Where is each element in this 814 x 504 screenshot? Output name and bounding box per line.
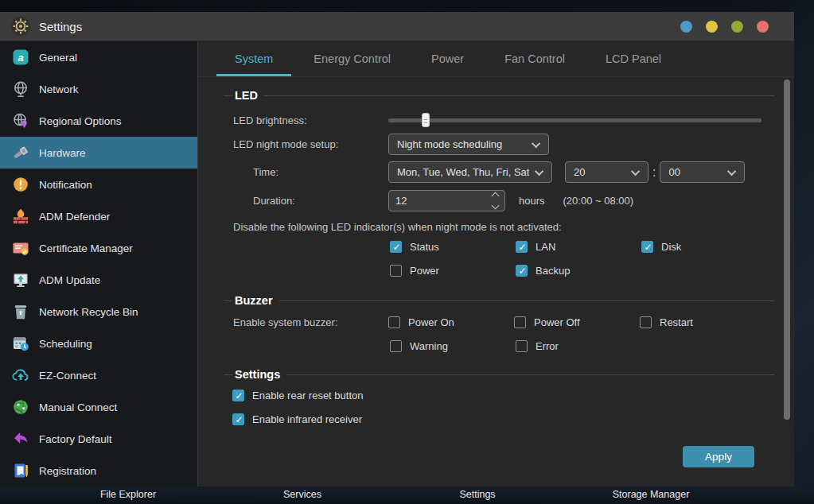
- yellow-dot-icon[interactable]: [706, 21, 718, 33]
- sidebar-item-label: ADM Defender: [39, 211, 110, 223]
- days-select[interactable]: Mon, Tue, Wed, Thu, Fri, Sat,: [388, 161, 552, 183]
- checkbox-item-rear-reset[interactable]: Enable rear reset button: [232, 390, 794, 401]
- sidebar-item-manual-connect[interactable]: Manual Connect: [0, 391, 197, 423]
- disk-checkbox[interactable]: [641, 241, 653, 253]
- checkbox-item-power[interactable]: Power: [390, 265, 516, 277]
- certificate-icon: [11, 238, 30, 258]
- power-off-checkbox[interactable]: [514, 316, 526, 328]
- slider-track[interactable]: [388, 118, 761, 122]
- buzzer-row-2: Warning Error: [390, 340, 794, 352]
- red-dot-icon[interactable]: [757, 21, 769, 33]
- tab-system[interactable]: System: [216, 41, 291, 76]
- checkbox-label: Warning: [410, 340, 448, 352]
- sidebar-item-factory-default[interactable]: Factory Default: [0, 423, 197, 455]
- tab-fan-control[interactable]: Fan Control: [486, 41, 583, 76]
- checkbox-item-power-off[interactable]: Power Off: [514, 316, 640, 328]
- warning-checkbox[interactable]: [390, 340, 402, 352]
- tab-panel-system: LED LED brightness: LED night mode setup…: [198, 77, 794, 487]
- settings-window: Settings a General Network Regional Opti…: [0, 12, 794, 487]
- taskbar-item-services[interactable]: Services: [283, 489, 321, 500]
- tab-lcd-panel[interactable]: LCD Panel: [587, 41, 680, 76]
- sidebar-item-hardware[interactable]: Hardware: [0, 137, 197, 169]
- sidebar-item-network-recycle-bin[interactable]: Network Recycle Bin: [0, 296, 197, 328]
- globe-icon: [11, 79, 30, 99]
- apply-button[interactable]: Apply: [683, 446, 754, 467]
- led-brightness-slider[interactable]: [388, 112, 761, 128]
- tab-bar: System Energy Control Power Fan Control …: [198, 41, 794, 77]
- status-checkbox[interactable]: [390, 241, 402, 253]
- sidebar-item-regional-options[interactable]: Regional Options: [0, 105, 197, 137]
- checkbox-label: Power On: [408, 316, 454, 328]
- undo-arrow-icon: [11, 429, 30, 448]
- checkbox-item-warning[interactable]: Warning: [390, 340, 516, 352]
- wrench-icon: [11, 143, 30, 162]
- tab-power[interactable]: Power: [413, 41, 482, 76]
- checkbox-item-lan[interactable]: LAN: [516, 241, 641, 253]
- sidebar-item-label: Notification: [39, 179, 92, 191]
- sidebar-item-notification[interactable]: Notification: [0, 169, 197, 200]
- checkbox-item-restart[interactable]: Restart: [640, 316, 765, 328]
- sidebar-item-adm-update[interactable]: ADM Update: [0, 264, 197, 296]
- sidebar-item-label: Registration: [39, 465, 96, 477]
- chevron-down-icon: [532, 138, 540, 147]
- restart-checkbox[interactable]: [640, 316, 652, 328]
- sidebar-item-label: Network: [39, 83, 79, 95]
- spinner-down-icon[interactable]: [492, 202, 500, 210]
- sidebar-item-label: Scheduling: [39, 338, 92, 350]
- backup-checkbox[interactable]: [516, 265, 528, 277]
- vertical-scrollbar[interactable]: [784, 79, 790, 420]
- taskbar-item-storage-manager[interactable]: Storage Manager: [613, 489, 690, 500]
- settings-content: System Energy Control Power Fan Control …: [198, 41, 794, 487]
- power-on-checkbox[interactable]: [388, 316, 400, 328]
- green-dot-icon[interactable]: [731, 21, 743, 33]
- checkbox-item-power-on[interactable]: Power On: [388, 316, 514, 328]
- asustor-logo-icon: a: [11, 48, 30, 67]
- error-checkbox[interactable]: [516, 340, 528, 352]
- firewall-flame-icon: [11, 207, 30, 226]
- led-night-mode-row: LED night mode setup: Night mode schedul…: [198, 134, 794, 155]
- checkbox-label: Disk: [661, 241, 681, 253]
- duration-unit: hours: [519, 195, 545, 207]
- checkbox-item-error[interactable]: Error: [516, 340, 641, 352]
- blue-dot-icon[interactable]: [680, 21, 692, 33]
- globe-pin-icon: [11, 111, 30, 130]
- sidebar-item-registration[interactable]: Registration: [0, 455, 197, 487]
- time-label: Time:: [253, 166, 388, 178]
- night-mode-select[interactable]: Night mode scheduling: [388, 134, 549, 155]
- tab-label: Energy Control: [314, 52, 391, 65]
- spinner-up-icon[interactable]: [492, 192, 500, 200]
- slider-handle[interactable]: [422, 113, 430, 127]
- hour-select[interactable]: 20: [565, 161, 648, 183]
- checkbox-label: Status: [410, 241, 439, 253]
- minute-select[interactable]: 00: [660, 161, 745, 183]
- sidebar-item-adm-defender[interactable]: ADM Defender: [0, 200, 197, 232]
- sidebar-item-certificate-manager[interactable]: Certificate Manager: [0, 232, 197, 264]
- sidebar-item-network[interactable]: Network: [0, 73, 197, 105]
- settings-section-title: Settings: [224, 368, 774, 381]
- cloud-upload-icon: [11, 366, 30, 385]
- sidebar-item-scheduling[interactable]: Scheduling: [0, 328, 197, 359]
- infrared-checkbox[interactable]: [232, 413, 244, 425]
- sidebar-item-general[interactable]: a General: [0, 41, 197, 73]
- led-indicators-row-2: Power Backup: [390, 265, 794, 277]
- time-row: Time: Mon, Tue, Wed, Thu, Fri, Sat, 20 :…: [198, 161, 794, 183]
- duration-stepper[interactable]: 12: [388, 190, 505, 211]
- checkbox-item-backup[interactable]: Backup: [516, 265, 641, 277]
- svg-text:a: a: [18, 52, 23, 64]
- checkbox-item-infrared[interactable]: Enable infrared receiver: [232, 413, 794, 425]
- power-checkbox[interactable]: [390, 265, 402, 277]
- register-book-icon: [11, 461, 30, 480]
- sidebar-item-ez-connect[interactable]: EZ-Connect: [0, 359, 197, 391]
- tab-label: Power: [431, 52, 464, 65]
- checkbox-label: Restart: [660, 316, 693, 328]
- taskbar-item-settings[interactable]: Settings: [459, 489, 495, 500]
- taskbar-item-file-explorer[interactable]: File Explorer: [100, 489, 156, 500]
- rear-reset-checkbox[interactable]: [232, 390, 244, 401]
- tab-energy-control[interactable]: Energy Control: [295, 41, 409, 76]
- minute-value: 00: [668, 166, 722, 178]
- checkbox-label: Power: [410, 265, 439, 277]
- led-brightness-row: LED brightness:: [198, 110, 794, 130]
- lan-checkbox[interactable]: [516, 241, 528, 253]
- checkbox-item-disk[interactable]: Disk: [641, 241, 767, 253]
- checkbox-item-status[interactable]: Status: [390, 241, 516, 253]
